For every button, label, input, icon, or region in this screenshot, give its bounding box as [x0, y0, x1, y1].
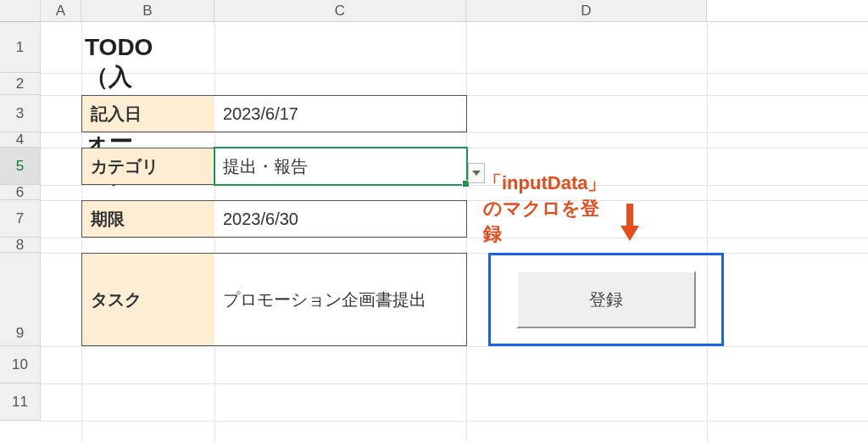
col-header-c[interactable]: C	[214, 0, 466, 21]
arrow-down-icon	[620, 204, 639, 245]
annotation-text: 「inputData」のマクロを登録	[483, 171, 606, 247]
col-header-a[interactable]: A	[41, 0, 81, 21]
button-frame: 登録	[488, 253, 724, 346]
date-label: 記入日	[81, 95, 215, 132]
row-header-4[interactable]: 4	[0, 132, 41, 148]
row-header-1[interactable]: 1	[0, 22, 41, 73]
spreadsheet: A B C D 1 2 3 4 5 6 7 8 9 10 11 TODO（入力フ…	[0, 0, 868, 442]
row-header-6[interactable]: 6	[0, 185, 41, 200]
row-header-3[interactable]: 3	[0, 95, 41, 132]
row-header-11[interactable]: 11	[0, 383, 41, 421]
row-header-2[interactable]: 2	[0, 73, 41, 95]
deadline-value[interactable]: 2023/6/30	[214, 200, 467, 238]
chevron-down-icon	[472, 171, 481, 176]
task-value[interactable]: プロモーション企画書提出	[214, 253, 467, 346]
row-header-7[interactable]: 7	[0, 200, 41, 238]
category-value[interactable]: 提出・報告	[214, 148, 467, 185]
row-headers: 1 2 3 4 5 6 7 8 9 10 11	[0, 22, 41, 421]
svg-rect-0	[626, 204, 633, 227]
row-header-8[interactable]: 8	[0, 238, 41, 253]
category-label: カテゴリ	[81, 148, 215, 185]
task-label: タスク	[81, 253, 215, 346]
row-header-9[interactable]: 9	[0, 253, 41, 346]
row-header-10[interactable]: 10	[0, 346, 41, 383]
dropdown-button[interactable]	[468, 163, 485, 183]
column-headers: A B C D	[0, 0, 868, 22]
col-header-d[interactable]: D	[466, 0, 707, 21]
date-value[interactable]: 2023/6/17	[214, 95, 467, 132]
register-button[interactable]: 登録	[516, 271, 696, 328]
corner-cell[interactable]	[0, 0, 41, 22]
deadline-label: 期限	[81, 200, 215, 238]
row-header-5[interactable]: 5	[0, 148, 41, 185]
col-header-b[interactable]: B	[81, 0, 214, 21]
